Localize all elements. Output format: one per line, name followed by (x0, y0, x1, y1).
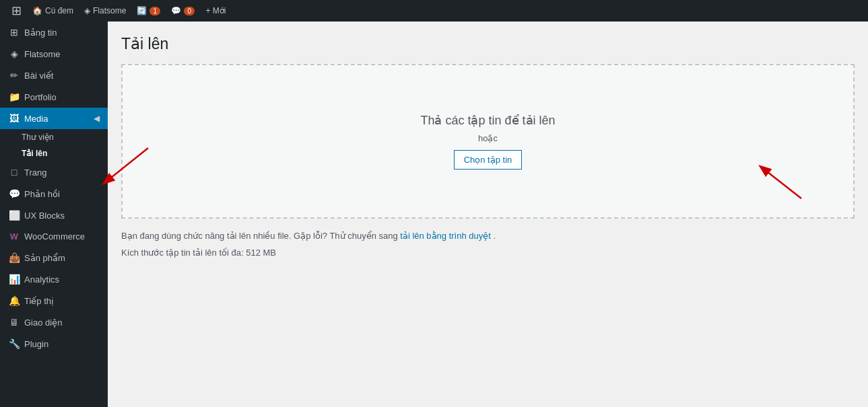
sidebar-label-portfolio: Portfolio (24, 92, 57, 102)
sidebar-label-trang: Trang (24, 168, 46, 178)
sidebar-sub-label-thu-vien: Thư viện (22, 133, 54, 142)
sidebar-label-bang-tin: Bảng tin (24, 28, 57, 38)
sidebar-label-flatsome: Flatsome (24, 49, 60, 59)
sidebar-label-woocommerce: WooCommerce (24, 231, 85, 242)
file-size-text: Kích thước tập tin tải lên tối đa: 512 M… (121, 248, 855, 258)
sidebar-label-phan-hoi: Phản hồi (24, 189, 60, 199)
sidebar-label-bai-viet: Bài viết (24, 71, 53, 81)
wp-icon: ⊞ (11, 5, 22, 16)
updates-badge: 1 (149, 7, 160, 15)
sidebar: ⊞ Bảng tin ◈ Flatsome ✏ Bài viết 📁 Portf… (0, 22, 108, 407)
woo-icon: W (8, 231, 20, 242)
sidebar-item-giao-dien[interactable]: 🖥 Giao diện (0, 311, 108, 333)
sidebar-label-ux-blocks: UX Blocks (24, 211, 65, 221)
appearance-icon: 🖥 (8, 317, 20, 328)
ux-blocks-icon: ⬜ (8, 210, 20, 221)
updates-icon: 🔄 (137, 6, 147, 15)
analytics-icon: 📊 (8, 274, 20, 285)
admin-bar-comments[interactable]: 💬 0 (166, 0, 200, 22)
sidebar-item-plugin[interactable]: 🔧 Plugin (0, 333, 108, 355)
sidebar-label-tiep-thi: Tiếp thị (24, 296, 54, 306)
admin-bar-updates[interactable]: 🔄 1 (131, 0, 166, 22)
sidebar-sub-thu-vien[interactable]: Thư viện (0, 129, 108, 145)
theme-label: Flatsome (93, 6, 126, 15)
sidebar-item-flatsome[interactable]: ◈ Flatsome (0, 43, 108, 65)
sidebar-item-woocommerce[interactable]: W WooCommerce (0, 226, 108, 247)
comments-nav-icon: 💬 (8, 188, 20, 199)
admin-bar-theme[interactable]: ◈ Flatsome (79, 0, 131, 22)
sidebar-label-san-pham: Sản phẩm (24, 253, 65, 263)
info-paragraph: Bạn đang dùng chức năng tải lên nhiều fi… (121, 229, 855, 244)
admin-bar-wp-logo[interactable]: ⊞ (5, 0, 27, 22)
sidebar-item-media[interactable]: 🖼 Media ◀ (0, 108, 108, 129)
sidebar-item-bang-tin[interactable]: ⊞ Bảng tin (0, 22, 108, 43)
upload-center: Thả các tập tin để tải lên hoặc Chọn tập… (420, 113, 555, 170)
products-icon: 👜 (8, 252, 20, 263)
sidebar-item-phan-hoi[interactable]: 💬 Phản hồi (0, 183, 108, 205)
sidebar-label-analytics: Analytics (24, 274, 59, 285)
flatsome-icon: ◈ (8, 48, 20, 59)
comments-badge: 0 (184, 7, 195, 15)
sidebar-sub-tai-len[interactable]: Tải lên (0, 145, 108, 161)
media-icon: 🖼 (8, 113, 20, 124)
layout: ⊞ Bảng tin ◈ Flatsome ✏ Bài viết 📁 Portf… (0, 22, 868, 407)
main-content: Tải lên Thả các tập tin để tải lên hoặc … (108, 22, 868, 407)
upload-area[interactable]: Thả các tập tin để tải lên hoặc Chọn tập… (121, 64, 855, 219)
marketing-icon: 🔔 (8, 295, 20, 306)
comments-icon: 💬 (171, 6, 181, 15)
admin-bar: ⊞ 🏠 Cú đem ◈ Flatsome 🔄 1 💬 0 + Mới (0, 0, 868, 22)
info-text-start: Bạn đang dùng chức năng tải lên nhiều fi… (121, 231, 398, 241)
posts-icon: ✏ (8, 70, 20, 81)
admin-bar-new[interactable]: + Mới (200, 0, 231, 22)
sidebar-label-media: Media (24, 114, 48, 124)
dashboard-icon: ⊞ (8, 27, 20, 38)
pages-icon: □ (8, 167, 20, 178)
upload-or-text: hoặc (420, 133, 555, 143)
sidebar-label-plugin: Plugin (24, 339, 48, 349)
plugin-icon: 🔧 (8, 338, 20, 349)
home-icon: 🏠 (32, 6, 42, 15)
choose-file-button[interactable]: Chọn tập tin (454, 150, 523, 170)
site-label: Cú đem (45, 6, 73, 15)
sidebar-item-analytics[interactable]: 📊 Analytics (0, 268, 108, 290)
sidebar-item-ux-blocks[interactable]: ⬜ UX Blocks (0, 205, 108, 226)
theme-icon: ◈ (84, 6, 90, 15)
portfolio-icon: 📁 (8, 91, 20, 102)
info-text-end: . (494, 231, 496, 241)
sidebar-label-giao-dien: Giao diện (24, 318, 62, 328)
media-arrow-icon: ◀ (94, 114, 100, 123)
sidebar-item-bai-viet[interactable]: ✏ Bài viết (0, 65, 108, 86)
browser-upload-link[interactable]: tải lên bằng trình duyệt (400, 231, 491, 241)
sidebar-sub-label-tai-len: Tải lên (22, 149, 47, 158)
upload-drop-text: Thả các tập tin để tải lên (420, 113, 555, 128)
sidebar-item-san-pham[interactable]: 👜 Sản phẩm (0, 247, 108, 268)
new-label: + Mới (205, 6, 226, 15)
page-title: Tải lên (121, 35, 855, 53)
admin-bar-site[interactable]: 🏠 Cú đem (27, 0, 79, 22)
sidebar-item-tiep-thi[interactable]: 🔔 Tiếp thị (0, 290, 108, 311)
sidebar-item-trang[interactable]: □ Trang (0, 161, 108, 183)
sidebar-item-portfolio[interactable]: 📁 Portfolio (0, 86, 108, 108)
